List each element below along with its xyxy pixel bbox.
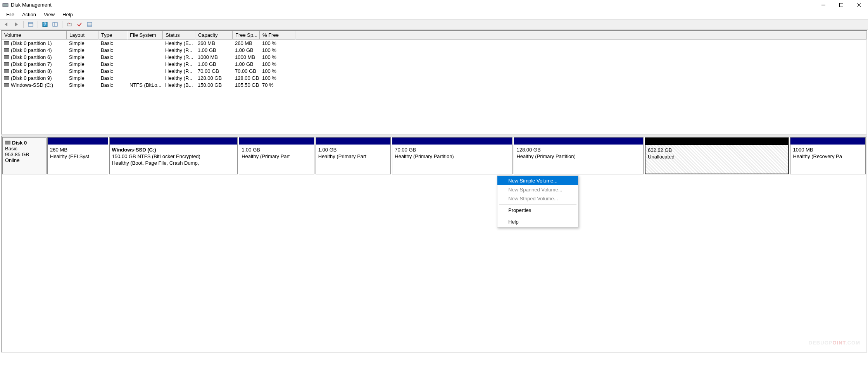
volume-name: (Disk 0 partition 9) <box>11 75 52 81</box>
partition-body: Windows-SSD (C:)150.00 GB NTFS (BitLocke… <box>110 145 238 174</box>
partition-block[interactable]: 1000 MBHealthy (Recovery Pa <box>790 137 866 174</box>
volume-row[interactable]: (Disk 0 partition 4)SimpleBasicHealthy (… <box>2 46 866 53</box>
minimize-button[interactable] <box>815 0 832 10</box>
volume-layout: Simple <box>67 68 98 74</box>
volume-pct: 100 % <box>260 54 295 60</box>
forward-button[interactable] <box>12 20 21 29</box>
partition-status: Healthy (EFI Syst <box>50 153 105 160</box>
partition-size: 128.00 GB <box>516 147 641 153</box>
back-button[interactable] <box>2 20 11 29</box>
close-button[interactable] <box>850 0 868 10</box>
partition-header-bar <box>110 138 238 145</box>
col-pctfree[interactable]: % Free <box>260 31 295 40</box>
volume-row[interactable]: Windows-SSD (C:)SimpleBasicNTFS (BitLo..… <box>2 81 866 88</box>
toolbar-separator <box>38 21 38 28</box>
svg-marker-6 <box>5 22 7 26</box>
volume-type: Basic <box>98 47 127 53</box>
volume-status: Healthy (P... <box>163 61 195 67</box>
disk-size: 953.85 GB <box>5 152 44 157</box>
volume-status: Healthy (P... <box>163 47 195 53</box>
window-title: Disk Management <box>11 2 52 8</box>
help-icon[interactable]: ? <box>40 20 50 29</box>
disk-type: Basic <box>5 146 44 152</box>
refresh-button[interactable] <box>65 20 74 29</box>
volume-capacity: 128.00 GB <box>195 75 233 81</box>
volume-pct: 100 % <box>260 47 295 53</box>
drive-icon <box>4 62 9 66</box>
disk-row: Disk 0 Basic 953.85 GB Online 260 MBHeal… <box>2 137 866 174</box>
col-capacity[interactable]: Capacity <box>195 31 233 40</box>
menu-view[interactable]: View <box>40 11 59 18</box>
volume-row[interactable]: (Disk 0 partition 8)SimpleBasicHealthy (… <box>2 67 866 74</box>
volume-type: Basic <box>98 75 127 81</box>
volume-pct: 100 % <box>260 61 295 67</box>
col-status[interactable]: Status <box>163 31 195 40</box>
show-tree-button[interactable] <box>26 20 35 29</box>
volume-status: Healthy (B... <box>163 82 195 88</box>
volume-row[interactable]: (Disk 0 partition 1)SimpleBasicHealthy (… <box>2 40 866 46</box>
ctx-properties[interactable]: Properties <box>497 206 578 215</box>
volume-list-body[interactable]: (Disk 0 partition 1)SimpleBasicHealthy (… <box>2 40 866 88</box>
toolbar-separator <box>62 21 62 28</box>
view-settings-button[interactable] <box>50 20 60 29</box>
app-icon <box>2 2 9 8</box>
partition-header-bar <box>48 138 108 145</box>
volume-free: 70.00 GB <box>233 68 260 74</box>
partition-block[interactable]: Windows-SSD (C:)150.00 GB NTFS (BitLocke… <box>109 137 238 174</box>
volume-row[interactable]: (Disk 0 partition 6)SimpleBasicHealthy (… <box>2 53 866 60</box>
disk-graphical-pane: Disk 0 Basic 953.85 GB Online 260 MBHeal… <box>1 136 867 353</box>
partition-block[interactable]: 128.00 GBHealthy (Primary Partition) <box>514 137 644 174</box>
volume-name: Windows-SSD (C:) <box>11 82 53 88</box>
partition-block[interactable]: 260 MBHealthy (EFI Syst <box>47 137 108 174</box>
col-volume[interactable]: Volume <box>2 31 67 40</box>
partition-header-bar <box>316 138 391 145</box>
partition-body: 128.00 GBHealthy (Primary Partition) <box>514 145 643 174</box>
partition-size: 1.00 GB <box>242 147 312 153</box>
col-spacer <box>295 31 866 40</box>
volume-row[interactable]: (Disk 0 partition 7)SimpleBasicHealthy (… <box>2 60 866 67</box>
volume-layout: Simple <box>67 40 98 46</box>
svg-rect-12 <box>53 22 57 26</box>
ctx-help[interactable]: Help <box>497 217 578 226</box>
menu-action[interactable]: Action <box>18 11 40 18</box>
col-freespace[interactable]: Free Sp... <box>233 31 260 40</box>
volume-layout: Simple <box>67 75 98 81</box>
partition-size: 150.00 GB NTFS (BitLocker Encrypted) <box>112 153 235 160</box>
disk-title: Disk 0 <box>12 140 27 146</box>
partition-status: Healthy (Recovery Pa <box>793 153 863 160</box>
partition-block[interactable]: 1.00 GBHealthy (Primary Part <box>239 137 314 174</box>
partition-block[interactable]: 1.00 GBHealthy (Primary Part <box>316 137 391 174</box>
partition-block[interactable]: 70.00 GBHealthy (Primary Partition) <box>392 137 513 174</box>
volume-row[interactable]: (Disk 0 partition 9)SimpleBasicHealthy (… <box>2 74 866 81</box>
volume-name: (Disk 0 partition 7) <box>11 61 52 67</box>
partition-unallocated[interactable]: 602.62 GBUnallocated <box>645 137 789 174</box>
volume-capacity: 1000 MB <box>195 54 233 60</box>
menu-file[interactable]: File <box>2 11 18 18</box>
checkmark-icon[interactable] <box>75 20 84 29</box>
ctx-new-striped-volume: New Striped Volume... <box>497 194 578 203</box>
list-icon[interactable] <box>85 20 94 29</box>
volume-name: (Disk 0 partition 8) <box>11 68 52 74</box>
volume-free: 105.50 GB <box>233 82 260 88</box>
volume-free: 1.00 GB <box>233 61 260 67</box>
col-type[interactable]: Type <box>98 31 127 40</box>
watermark: DEBUGPOINT.COM <box>809 335 860 347</box>
partition-header-bar <box>790 138 865 145</box>
partition-header-bar <box>514 138 643 145</box>
menu-help[interactable]: Help <box>59 11 77 18</box>
volume-type: Basic <box>98 54 127 60</box>
partition-body: 1.00 GBHealthy (Primary Part <box>316 145 391 174</box>
drive-icon <box>4 48 9 52</box>
svg-rect-8 <box>28 22 33 26</box>
disk-state: Online <box>5 157 44 163</box>
volume-free: 1000 MB <box>233 54 260 60</box>
drive-icon <box>4 69 9 73</box>
partition-status: Unallocated <box>648 154 786 160</box>
menu-bar: File Action View Help <box>0 10 868 19</box>
maximize-button[interactable] <box>832 0 850 10</box>
col-layout[interactable]: Layout <box>67 31 98 40</box>
ctx-new-simple-volume[interactable]: New Simple Volume... <box>497 176 578 185</box>
disk-info-box[interactable]: Disk 0 Basic 953.85 GB Online <box>2 137 47 174</box>
col-filesystem[interactable]: File System <box>127 31 163 40</box>
svg-rect-1 <box>3 3 8 4</box>
